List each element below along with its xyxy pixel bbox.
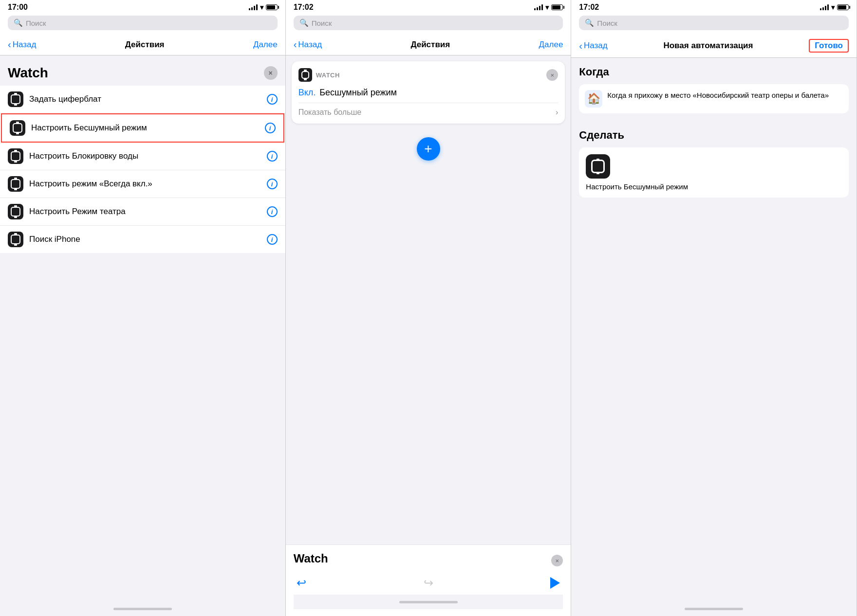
status-bar-1: 17:00 ▾ [0,0,285,14]
bottom-handle-1 [0,601,285,616]
status-icons-3: ▾ [820,3,849,11]
action-card-title-row-2: WATCH [298,68,340,82]
info-icon-4[interactable]: i [267,179,278,189]
chevron-right-icon-2: › [556,108,558,117]
do-heading-3: Сделать [579,129,849,142]
handle-bar-2 [399,601,458,603]
list-item-6[interactable]: Поиск iPhone i [0,226,285,253]
when-section-3: Когда 🏠 Когда я прихожу в место «Новосиб… [571,58,857,129]
show-more-label-2: Показать больше [298,108,362,117]
show-more-row-2[interactable]: Показать больше › [298,103,559,117]
action-card-header-2: WATCH × [298,68,559,82]
section-header-1: Watch × [0,55,285,86]
action-name-2: Бесшумный режим [319,88,397,98]
on-label-2[interactable]: Вкл. [298,88,316,98]
add-button-2[interactable]: + [417,137,440,161]
play-icon-2 [550,577,560,589]
search-icon-1: 🔍 [14,18,23,27]
search-input-2[interactable]: 🔍 Поиск [294,16,563,30]
list-item-1[interactable]: Задать циферблат i [0,86,285,113]
search-icon-3: 🔍 [585,18,594,27]
list-item-5[interactable]: Настроить Режим театра i [0,198,285,226]
list-item-label-3: Настроить Блокировку воды [29,151,261,161]
close-button-bottom-2[interactable]: × [551,555,563,566]
when-heading-3: Когда [579,66,849,78]
condition-text-3: Когда я прихожу в место «Новосибирский т… [607,90,829,100]
info-icon-5[interactable]: i [267,206,278,217]
bottom-handle-2 [294,595,563,609]
watch-label-card: WATCH [316,72,340,79]
list-item-label-1: Задать циферблат [29,94,261,104]
condition-card-3: 🏠 Когда я прихожу в место «Новосибирский… [579,84,849,113]
handle-bar-3 [685,608,743,610]
back-button-2[interactable]: ‹ Назад [294,39,322,50]
info-icon-2[interactable]: i [265,123,276,133]
nav-action-1[interactable]: Далее [253,40,278,50]
bottom-toolbar-2: ↩ ↪ [294,571,563,591]
play-button-2[interactable] [547,575,563,591]
list-item-4[interactable]: Настроить режим «Всегда вкл.» i [0,170,285,198]
action-tile-3[interactable]: Настроить Бесшумный режим [579,147,849,198]
location-icon-3: 🏠 [587,92,600,105]
bottom-handle-3 [571,601,857,616]
nav-title-1: Действия [125,40,165,50]
watch-app-icon-4 [8,176,23,192]
close-button-card[interactable]: × [546,69,558,81]
battery-icon-2 [551,4,563,10]
content-area-3: Когда 🏠 Когда я прихожу в место «Новосиб… [571,58,857,601]
nav-action-done-3[interactable]: Готово [809,39,849,53]
status-icons-1: ▾ [249,3,278,11]
nav-action-2[interactable]: Далее [539,40,563,50]
undo-button-2[interactable]: ↩ [294,575,309,591]
back-label-2: Назад [298,40,322,50]
action-card-2: WATCH × Вкл. Бесшумный режим Показать бо… [292,61,565,124]
handle-bar-1 [113,608,172,610]
nav-title-2: Действия [410,40,450,50]
battery-icon-3 [837,4,849,10]
search-input-3[interactable]: 🔍 Поиск [579,16,849,30]
status-icons-2: ▾ [534,3,563,11]
status-time-1: 17:00 [8,3,28,12]
screen2: 17:02 ▾ 🔍 Поиск ‹ Назад Действия Далее [286,0,572,616]
wifi-icon-3: ▾ [831,3,835,11]
watch-app-icon-6 [8,232,23,247]
search-icon-2: 🔍 [299,18,309,27]
back-arrow-icon-1: ‹ [8,39,11,50]
info-icon-6[interactable]: i [267,234,278,245]
close-button-1[interactable]: × [264,66,278,80]
back-arrow-icon-2: ‹ [294,39,297,50]
screen3: 17:02 ▾ 🔍 Поиск ‹ Назад Новая автоматиза… [571,0,857,616]
list-item-2[interactable]: Настроить Бесшумный режим i [1,113,284,143]
list-container-1: Задать циферблат i Настроить Бесшумный р… [0,86,285,253]
search-input-1[interactable]: 🔍 Поиск [8,16,278,30]
battery-icon-1 [266,4,278,10]
search-placeholder-2: Поиск [312,19,332,27]
nav-bar-3: ‹ Назад Новая автоматизация Готово [571,34,857,58]
status-bar-2: 17:02 ▾ [286,0,571,14]
screen1: 17:00 ▾ 🔍 Поиск ‹ Назад Действия Далее [0,0,286,616]
list-item-3[interactable]: Настроить Блокировку воды i [0,143,285,170]
back-label-3: Назад [584,41,608,51]
watch-app-icon-2 [10,120,25,136]
signal-icon-1 [249,4,258,10]
back-button-3[interactable]: ‹ Назад [579,40,607,52]
action-tile-icon-3 [586,154,610,179]
nav-bar-2: ‹ Назад Действия Далее [286,34,571,55]
info-icon-3[interactable]: i [267,151,278,162]
status-bar-3: 17:02 ▾ [571,0,857,14]
bottom-watch-section-2: Watch × ↩ ↪ [286,544,571,616]
list-item-label-2: Настроить Бесшумный режим [31,123,259,133]
nav-title-3: Новая автоматизация [663,41,753,51]
nav-bar-1: ‹ Назад Действия Далее [0,34,285,55]
search-bar-3: 🔍 Поиск [571,14,857,34]
search-placeholder-1: Поиск [26,19,46,27]
section-title-1: Watch [8,65,48,81]
info-icon-1[interactable]: i [267,94,278,105]
location-icon-wrap-3: 🏠 [585,90,602,108]
action-row-2: Вкл. Бесшумный режим [298,88,559,98]
status-time-3: 17:02 [579,3,599,12]
back-button-1[interactable]: ‹ Назад [8,39,36,50]
signal-icon-2 [534,4,543,10]
watch-app-icon-1 [8,91,23,107]
redo-button-2[interactable]: ↪ [421,575,436,591]
